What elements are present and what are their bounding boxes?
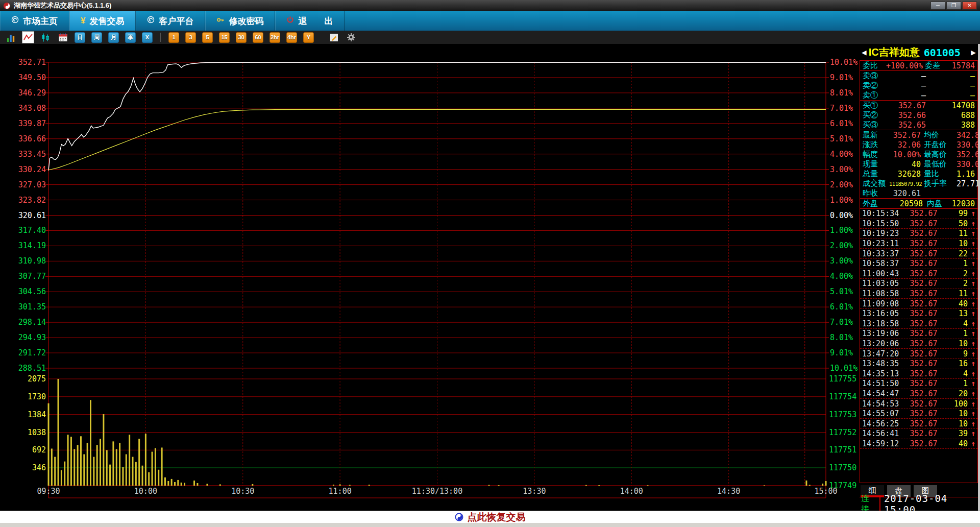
menu-item-label: 退 出 [298, 15, 333, 27]
price-axis-label: 346.29 [18, 88, 46, 98]
trade-time: 11:09:08 [862, 299, 900, 308]
settings-icon[interactable] [346, 32, 357, 43]
volume-bar [197, 483, 198, 486]
menu-item-exit[interactable]: 退 出 [275, 11, 345, 31]
menu-item-market-home[interactable]: 市场主页 [0, 11, 69, 31]
resume-trade-link[interactable]: 点此恢复交易 [468, 511, 526, 524]
price-axis-label: 310.98 [18, 256, 46, 266]
stat-row: 现量40最低价330.00 [863, 159, 975, 169]
trade-row: 11:00:43352.672↑ [860, 269, 977, 279]
trade-up-arrow-icon: ↑ [968, 339, 975, 348]
period-button-30[interactable]: 30 [236, 32, 247, 43]
price-axis-label: 349.50 [18, 73, 46, 82]
volume-bar [171, 479, 173, 486]
period-button-1[interactable]: 1 [168, 32, 179, 43]
trade-price: 352.67 [900, 369, 947, 378]
trade-time: 11:00:43 [862, 269, 900, 278]
chart-canvas[interactable]: 352.7110.01%349.509.01%346.298.01%343.08… [0, 44, 860, 511]
volume-axis-label: 1038 [28, 428, 46, 437]
menu-item-label: 市场主页 [23, 15, 58, 27]
stat-value: 330.00 [957, 140, 980, 150]
bar-chart-icon[interactable] [5, 32, 16, 43]
menu-item-change-password[interactable]: 修改密码 [205, 11, 275, 31]
trade-time: 10:58:37 [862, 259, 900, 268]
trade-volume: 10 [947, 409, 968, 418]
volume-bar [167, 481, 169, 486]
timeshare-chart[interactable]: 352.7110.01%349.509.01%346.298.01%343.08… [0, 44, 860, 511]
volume-bar [598, 485, 600, 486]
trade-volume: 2 [947, 279, 968, 288]
period-button-月[interactable]: 月 [108, 32, 119, 43]
menu-item-client-platform[interactable]: 客户平台 [136, 11, 205, 31]
price-axis-label: 314.19 [18, 241, 46, 250]
period-button-3[interactable]: 3 [185, 32, 196, 43]
trade-price: 352.67 [900, 269, 947, 278]
volume-bar [181, 483, 182, 486]
menu-item-issue-trading[interactable]: ¥发售交易 [69, 11, 136, 31]
price-axis-label: 291.72 [18, 348, 46, 357]
volume-bar [809, 485, 811, 486]
trade-row: 14:54:47352.6720↑ [860, 389, 977, 399]
period-button-4hr[interactable]: 4hr [286, 32, 297, 43]
trade-price: 352.67 [900, 439, 947, 448]
line-chart-icon[interactable] [22, 32, 34, 43]
bid-qty: 14708 [926, 101, 975, 110]
period-button-日[interactable]: 日 [75, 32, 85, 43]
bid-price: 352.65 [886, 121, 926, 130]
time-axis-label: 14:00 [620, 487, 643, 496]
trade-price: 352.67 [900, 429, 947, 438]
stat-row: 幅度10.00%最高价352.67 [863, 150, 975, 159]
trade-volume: 100 [947, 399, 968, 409]
prev-stock-arrow-icon[interactable]: ◀ [861, 47, 868, 57]
stat-value: 27.71% [957, 179, 980, 188]
period-button-季[interactable]: 季 [125, 32, 136, 43]
volume-bar [106, 450, 108, 486]
volume-bar [206, 484, 208, 486]
trade-volume: 13 [947, 309, 968, 318]
trade-row: 13:19:06352.671↑ [860, 329, 977, 339]
volume-bar [647, 485, 648, 486]
percent-axis-label: 2.00% [830, 241, 853, 250]
volume-bar [805, 481, 807, 486]
volume-bar [103, 414, 104, 486]
stat-label: 幅度 [863, 150, 889, 159]
price-axis-label: 327.03 [18, 180, 46, 189]
close-button[interactable]: ✕ [962, 2, 977, 10]
bid-label: 买① [863, 101, 886, 110]
trade-price: 352.67 [900, 209, 947, 218]
period-button-Y[interactable]: Y [303, 32, 314, 43]
price-axis-label: 304.56 [18, 287, 46, 296]
period-button-15[interactable]: 15 [219, 32, 230, 43]
trade-up-arrow-icon: ↑ [968, 309, 975, 318]
stat-label: 成交额 [863, 179, 889, 188]
trade-price: 352.67 [900, 329, 947, 338]
trade-volume: 22 [947, 249, 968, 258]
next-stock-arrow-icon[interactable]: ▶ [970, 47, 977, 57]
period-button-60[interactable]: 60 [253, 32, 263, 43]
volume-right-axis-label: 117753 [829, 410, 856, 419]
volume-bar [152, 452, 153, 486]
trade-time: 10:15:34 [862, 209, 900, 218]
candlestick-icon[interactable] [40, 32, 51, 43]
stat-label: 涨跌 [863, 140, 889, 150]
period-button-周[interactable]: 周 [91, 32, 102, 43]
period-button-5[interactable]: 5 [202, 32, 213, 43]
period-button-2hr[interactable]: 2hr [270, 32, 280, 43]
trade-price: 352.67 [900, 229, 947, 238]
trade-up-arrow-icon: ↑ [968, 399, 975, 409]
trade-time: 13:47:20 [862, 349, 900, 358]
trade-volume: 39 [947, 429, 968, 438]
calendar-icon[interactable] [57, 32, 68, 43]
power-icon [286, 16, 294, 26]
period-button-X[interactable]: X [142, 32, 153, 43]
minimize-button[interactable]: ─ [930, 2, 945, 10]
time-axis-label: 10:30 [231, 487, 254, 496]
maximize-button[interactable]: ❐ [946, 2, 961, 10]
trade-list[interactable]: 10:15:34352.6799↑10:15:50352.6750↑10:19:… [860, 208, 978, 483]
trade-time: 10:19:23 [862, 229, 900, 238]
trade-time: 14:55:07 [862, 409, 900, 418]
titlebar: 湖南华强艺术品交易中心(5.1.1.6) ─ ❐ ✕ [0, 0, 980, 11]
menu-item-label: 发售交易 [89, 15, 124, 27]
volume-bar [48, 403, 50, 486]
edit-icon[interactable] [328, 32, 339, 43]
